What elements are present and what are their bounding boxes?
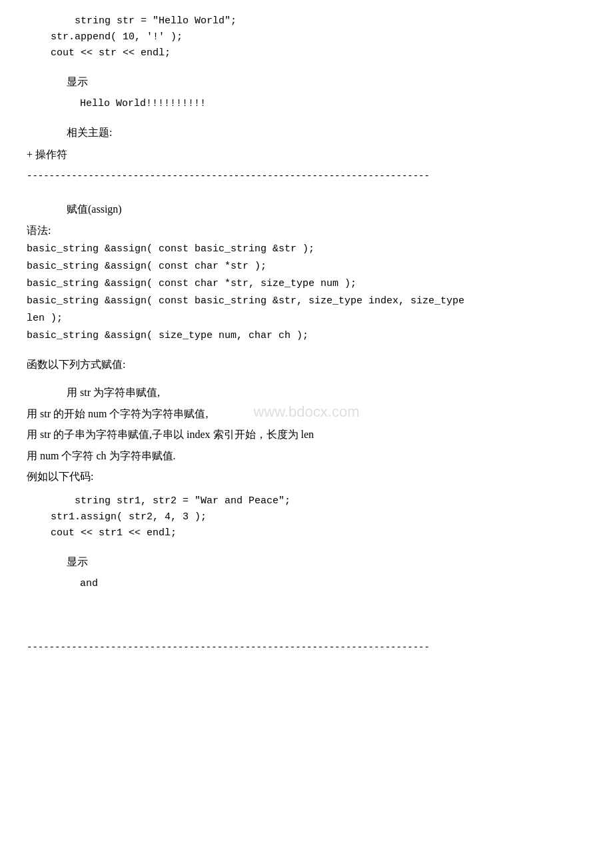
output-value-2: and [27, 576, 586, 592]
syntax-line-1: basic_string &assign( const char *str ); [27, 259, 586, 275]
desc-item-4: 例如以下代码: [27, 468, 586, 485]
desc-item-3: 用 num 个字符 ch 为字符串赋值. [27, 447, 586, 465]
code-line-3: cout << str << endl; [27, 45, 586, 61]
code-line-5: str1.assign( str2, 4, 3 ); [27, 509, 586, 525]
related-title: 相关主题: [27, 124, 586, 141]
desc-item-1: 用 str 的开始 num 个字符为字符串赋值, [27, 405, 586, 423]
syntax-label: 语法: [27, 222, 586, 239]
display-label-1: 显示 [27, 73, 586, 91]
syntax-line-4: len ); [27, 311, 586, 327]
code-line-6: cout << str1 << endl; [27, 525, 586, 541]
divider-2: ----------------------------------------… [27, 640, 586, 655]
syntax-line-3: basic_string &assign( const basic_string… [27, 293, 586, 309]
content-block: string str = "Hello World"; str.append( … [27, 13, 586, 687]
syntax-line-2: basic_string &assign( const char *str, s… [27, 276, 586, 292]
desc-item-0: 用 str 为字符串赋值, [27, 384, 586, 401]
code-line-1: string str = "Hello World"; [27, 13, 586, 29]
desc-intro: 函数以下列方式赋值: [27, 356, 586, 373]
code-line-4: string str1, str2 = "War and Peace"; [27, 493, 586, 509]
code-line-2: str.append( 10, '!' ); [27, 29, 586, 45]
syntax-line-0: basic_string &assign( const basic_string… [27, 241, 586, 257]
syntax-line-5: basic_string &assign( size_type num, cha… [27, 328, 586, 344]
desc-item-2: 用 str 的子串为字符串赋值,子串以 index 索引开始，长度为 len [27, 426, 586, 443]
output-value-1: Hello World!!!!!!!!!! [27, 96, 586, 112]
display-label-2: 显示 [27, 553, 586, 571]
page-wrapper: www.bdocx.com string str = "Hello World"… [27, 13, 586, 687]
operator-label: + 操作符 [27, 146, 586, 163]
divider-1: ----------------------------------------… [27, 169, 586, 183]
assign-title: 赋值(assign) [27, 201, 586, 218]
